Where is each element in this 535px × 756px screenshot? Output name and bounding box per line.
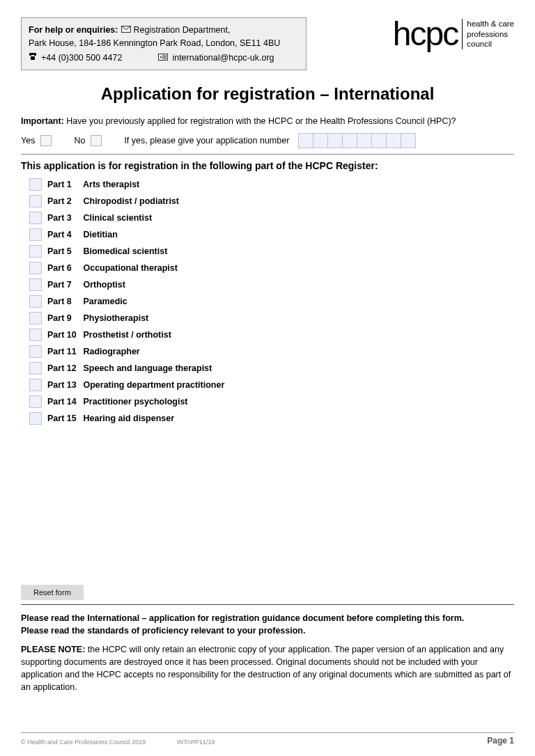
part-checkbox[interactable]	[29, 345, 42, 358]
part-label: Part 5 Biomedical scientist	[47, 246, 167, 256]
part-label: Part 1 Arts therapist	[47, 180, 139, 189]
part-label: Part 2 Chiropodist / podiatrist	[47, 196, 179, 206]
part-row: Part 12 Speech and language therapist	[29, 362, 514, 375]
part-checkbox[interactable]	[29, 312, 42, 324]
logo-subtitle: health & care professions council	[462, 19, 514, 49]
part-row: Part 8 Paramedic	[29, 295, 514, 308]
part-row: Part 15 Hearing aid dispenser	[29, 412, 514, 425]
part-checkbox[interactable]	[29, 278, 42, 291]
part-row: Part 9 Physiotherapist	[29, 312, 514, 324]
page-title: Application for registration – Internati…	[21, 84, 514, 104]
part-checkbox[interactable]	[29, 195, 42, 207]
part-label: Part 9 Physiotherapist	[47, 313, 148, 323]
part-label: Part 15 Hearing aid dispenser	[47, 414, 174, 423]
no-checkbox[interactable]	[91, 135, 102, 146]
part-row: Part 14 Practitioner psychologist	[29, 395, 514, 408]
appnum-label: If yes, please give your application num…	[124, 136, 289, 145]
part-label: Part 12 Speech and language therapist	[47, 363, 212, 373]
read-note: Please read the International – applicat…	[21, 612, 514, 637]
logo-hcpc-text: hcpc	[393, 17, 458, 51]
help-phone: +44 (0)300 500 4472	[41, 52, 122, 65]
phone-icon	[29, 52, 37, 65]
part-row: Part 11 Radiographer	[29, 345, 514, 358]
yes-checkbox[interactable]	[40, 135, 52, 146]
part-label: Part 11 Radiographer	[47, 347, 140, 356]
help-label: For help or enquiries:	[29, 24, 118, 37]
footer: © Health and Care Professions Council 20…	[21, 732, 514, 746]
logo: hcpc health & care professions council	[393, 17, 514, 51]
part-checkbox[interactable]	[29, 262, 42, 274]
part-checkbox[interactable]	[29, 379, 42, 391]
part-checkbox[interactable]	[29, 395, 42, 408]
important-line: Important: Have you previously applied f…	[21, 116, 514, 126]
parts-list: Part 1 Arts therapistPart 2 Chiropodist …	[29, 178, 514, 425]
part-label: Part 6 Occupational therapist	[47, 263, 178, 273]
help-address: Park House, 184-186 Kennington Park Road…	[29, 37, 299, 50]
part-label: Part 8 Paramedic	[47, 297, 127, 306]
footer-copyright: © Health and Care Professions Council 20…	[21, 739, 146, 746]
mail-icon	[121, 24, 131, 37]
footer-code: INTAPP11/19	[177, 739, 215, 746]
part-row: Part 13 Operating department practitione…	[29, 379, 514, 391]
please-note: PLEASE NOTE: the HCPC will only retain a…	[21, 643, 514, 694]
part-label: Part 3 Clinical scientist	[47, 213, 152, 223]
svg-point-2	[160, 56, 162, 58]
yes-label: Yes	[21, 136, 35, 145]
section-heading: This application is for registration in …	[21, 160, 514, 171]
part-row: Part 7 Orthoptist	[29, 278, 514, 291]
no-label: No	[74, 136, 85, 145]
part-checkbox[interactable]	[29, 212, 42, 224]
part-label: Part 10 Prosthetist / orthotist	[47, 330, 171, 340]
part-checkbox[interactable]	[29, 329, 42, 341]
part-checkbox[interactable]	[29, 178, 42, 191]
part-row: Part 6 Occupational therapist	[29, 262, 514, 274]
part-checkbox[interactable]	[29, 228, 42, 241]
appnum-boxes[interactable]	[299, 133, 416, 148]
help-box: For help or enquiries: Registration Depa…	[21, 17, 307, 70]
part-label: Part 4 Dietitian	[47, 230, 118, 239]
part-checkbox[interactable]	[29, 362, 42, 375]
help-dept: Registration Department,	[134, 24, 231, 37]
part-checkbox[interactable]	[29, 295, 42, 308]
part-row: Part 5 Biomedical scientist	[29, 245, 514, 258]
help-email: international@hcpc-uk.org	[172, 52, 274, 65]
part-row: Part 3 Clinical scientist	[29, 212, 514, 224]
part-row: Part 4 Dietitian	[29, 228, 514, 241]
part-label: Part 7 Orthoptist	[47, 280, 125, 290]
footer-page: Page 1	[487, 736, 514, 746]
part-checkbox[interactable]	[29, 412, 42, 425]
email-icon	[158, 52, 168, 65]
part-row: Part 1 Arts therapist	[29, 178, 514, 191]
reset-button[interactable]: Reset form	[21, 585, 84, 600]
part-row: Part 10 Prosthetist / orthotist	[29, 329, 514, 341]
part-label: Part 14 Practitioner psychologist	[47, 397, 188, 407]
part-label: Part 13 Operating department practitione…	[47, 380, 224, 390]
part-row: Part 2 Chiropodist / podiatrist	[29, 195, 514, 207]
part-checkbox[interactable]	[29, 245, 42, 258]
